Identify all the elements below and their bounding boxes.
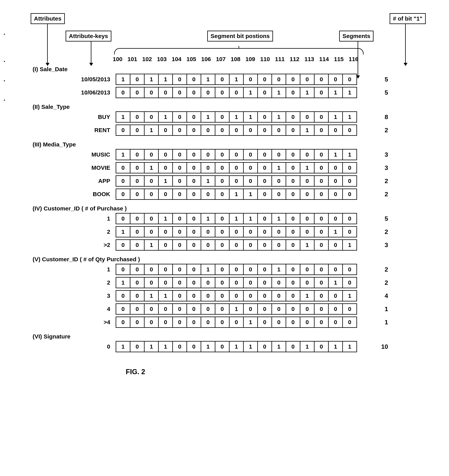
bitmap-row: 01011001011010101110 <box>9 341 436 352</box>
bit-cell: 0 <box>314 304 329 314</box>
bit-cell: 0 <box>244 150 258 160</box>
bit-cell: 0 <box>314 176 329 186</box>
bit-cell: 1 <box>159 112 173 122</box>
attribute-key: 0 <box>9 341 116 352</box>
attribute-key: RENT <box>9 125 116 136</box>
ones-count: 3 <box>365 162 392 173</box>
bit-cell: 0 <box>314 214 329 224</box>
bit-cell: 1 <box>116 278 131 288</box>
bit-cell: 0 <box>314 240 329 250</box>
bit-cell: 0 <box>201 317 215 327</box>
bit-cell: 0 <box>300 304 314 314</box>
label-attributes: Attributes <box>31 13 65 24</box>
bit-cell: 0 <box>145 278 159 288</box>
bit-segment: 00110000000001001 <box>116 290 357 301</box>
bit-cell: 0 <box>258 125 272 135</box>
bitmap-row: BUY100100101101000118 <box>9 111 436 123</box>
bitmap-row: 2100000000000000102 <box>9 226 436 238</box>
bit-cell: 0 <box>116 176 131 186</box>
bit-cell: 0 <box>314 87 329 97</box>
figure-caption: FIG. 2 <box>9 368 436 376</box>
bit-cell: 1 <box>300 163 314 173</box>
bit-position-col: 102 <box>140 56 154 62</box>
attribute-key: 1 <box>9 264 116 275</box>
bit-cell: 0 <box>272 291 286 301</box>
bit-cell: 0 <box>272 74 286 84</box>
bit-cell: 0 <box>329 317 343 327</box>
bit-cell: 0 <box>244 240 258 250</box>
bit-cell: 1 <box>329 112 343 122</box>
bit-cell: 0 <box>173 214 187 224</box>
bit-cell: 0 <box>286 163 300 173</box>
bit-cell: 0 <box>286 150 300 160</box>
bit-cell: 0 <box>329 125 343 135</box>
bit-cell: 0 <box>343 227 356 237</box>
bit-cell: 0 <box>314 291 329 301</box>
bit-cell: 0 <box>215 112 230 122</box>
bit-position-col: 107 <box>213 56 228 62</box>
bit-cell: 0 <box>131 189 145 199</box>
brace-icon <box>114 48 364 55</box>
bit-cell: 0 <box>215 214 230 224</box>
bit-cell: 0 <box>244 125 258 135</box>
bit-cell: 0 <box>131 176 145 186</box>
bit-cell: 0 <box>230 176 244 186</box>
attribute-key: APP <box>9 175 116 187</box>
bit-cell: 1 <box>201 264 215 274</box>
bit-cell: 0 <box>258 264 272 274</box>
bit-cell: 0 <box>215 150 230 160</box>
bit-position-col: 103 <box>154 56 169 62</box>
bit-cell: 0 <box>173 150 187 160</box>
bit-cell: 0 <box>286 227 300 237</box>
bit-cell: 1 <box>159 176 173 186</box>
attribute-key: 3 <box>9 290 116 301</box>
bit-cell: 0 <box>131 227 145 237</box>
bit-cell: 1 <box>272 342 286 352</box>
bit-cell: 0 <box>201 150 215 160</box>
bit-cell: 0 <box>201 240 215 250</box>
bit-cell: 1 <box>116 74 131 84</box>
bit-cell: 0 <box>286 214 300 224</box>
bit-cell: 0 <box>159 87 173 97</box>
bit-cell: 1 <box>300 240 314 250</box>
bit-cell: 0 <box>244 163 258 173</box>
bit-cell: 0 <box>215 240 230 250</box>
bit-cell: 0 <box>258 278 272 288</box>
bit-cell: 0 <box>286 317 300 327</box>
attribute-key: 10/06/2013 <box>9 87 116 98</box>
attribute-key: BOOK <box>9 188 116 200</box>
bit-cell: 0 <box>173 176 187 186</box>
bit-cell: 0 <box>343 214 356 224</box>
bitmap-row: 4000000001000000001 <box>9 303 436 315</box>
bit-cell: 0 <box>187 342 201 352</box>
bit-cell: 1 <box>329 87 343 97</box>
bit-cell: 0 <box>272 278 286 288</box>
bit-cell: 0 <box>145 112 159 122</box>
label-segment-bit-positions: Segment bit postions <box>207 31 273 41</box>
bit-cell: 1 <box>343 150 356 160</box>
bit-segment: 00000000110000000 <box>116 188 357 200</box>
bit-cell: 1 <box>159 74 173 84</box>
bit-cell: 0 <box>258 342 272 352</box>
bit-cell: 0 <box>314 150 329 160</box>
bit-cell: 0 <box>314 342 329 352</box>
bit-cell: 0 <box>145 317 159 327</box>
bit-cell: 0 <box>187 189 201 199</box>
bit-cell: 0 <box>173 125 187 135</box>
attribute-group: (V) Customer_ID ( # of Qty Purchased )10… <box>9 256 436 328</box>
attribute-key: 1 <box>9 213 116 224</box>
bit-cell: 0 <box>286 264 300 274</box>
attribute-key: MOVIE <box>9 162 116 173</box>
bit-cell: 0 <box>187 264 201 274</box>
bit-cell: 0 <box>201 87 215 97</box>
bit-cell: 1 <box>145 74 159 84</box>
bit-cell: 0 <box>329 240 343 250</box>
bit-cell: 0 <box>258 291 272 301</box>
ones-count: 5 <box>365 74 392 85</box>
bit-cell: 0 <box>314 189 329 199</box>
bit-cell: 0 <box>258 163 272 173</box>
bit-cell: 0 <box>329 264 343 274</box>
ones-count: 2 <box>365 277 392 288</box>
bit-cell: 1 <box>230 74 244 84</box>
bit-cell: 0 <box>272 227 286 237</box>
